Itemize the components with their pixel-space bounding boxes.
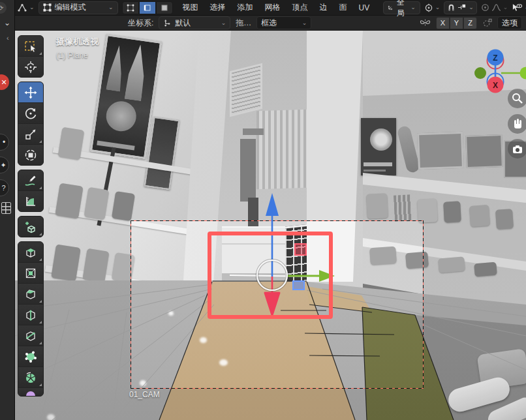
left-edge-strip: ⟳ ⌄ ‹ ✕ • ✦ ? (0, 0, 15, 420)
loop-cut-icon (24, 308, 37, 322)
menu-edge[interactable]: 边 (314, 2, 333, 13)
live-unwrap-icon[interactable] (482, 18, 492, 27)
falloff-curve-icon[interactable] (491, 3, 501, 12)
face-select-mode-button[interactable] (156, 1, 173, 14)
drag-label: 拖… (236, 18, 251, 29)
drag-action-dropdown[interactable]: 框选 ⌄ (256, 16, 311, 29)
annotate-pen-icon (24, 174, 37, 187)
pan-view-button[interactable] (508, 114, 526, 134)
snap-magnet-icon[interactable] (447, 3, 456, 12)
transform-orientation-dropdown[interactable]: 全局 ⌄ (383, 1, 420, 14)
add-cube-icon (24, 220, 37, 233)
tool-bevel-button[interactable] (18, 284, 43, 305)
inset-icon (24, 267, 37, 280)
orientation-axes-icon (388, 3, 394, 12)
tool-transform-button[interactable] (18, 145, 43, 165)
tool-move-button[interactable] (18, 82, 43, 103)
menu-add[interactable]: 添加 (232, 2, 259, 13)
mesh-select-mode-group (122, 1, 173, 14)
chevron-down-icon: ⌄ (221, 20, 226, 26)
coordinate-system-label: 坐标系: (128, 18, 153, 29)
tool-scale-button[interactable] (18, 124, 43, 145)
tool-smooth-button[interactable] (18, 388, 43, 396)
proportional-editing-group: ⌄ (481, 3, 508, 12)
tool-annotate-button[interactable] (18, 170, 43, 191)
custom-orientation-icon (163, 19, 172, 27)
selectability-filter-dropdown[interactable]: ⌄ (512, 3, 526, 12)
mesh-wireframe-and-gizmo-overlay (14, 31, 526, 420)
transform-icon (24, 149, 37, 162)
mode-select-dropdown[interactable]: 编辑模式 ⌄ (39, 1, 118, 14)
edge-select-mode-button[interactable] (139, 1, 156, 14)
tool-extrude-region-button[interactable] (18, 242, 43, 263)
chevron-down-icon[interactable]: ⌄ (503, 5, 508, 10)
camera-name-label: 01_CAM (129, 390, 160, 399)
snap-target-icon[interactable] (457, 3, 467, 12)
more-tools-icon[interactable]: • (0, 134, 9, 151)
object-info-label: (1) Plane (56, 51, 88, 60)
chevron-down-icon[interactable]: ⌄ (4, 18, 18, 27)
tool-measure-button[interactable] (18, 191, 43, 211)
proportional-edit-icon[interactable] (481, 3, 489, 12)
tool-inset-faces-button[interactable] (18, 263, 43, 284)
close-badge-icon[interactable]: ✕ (0, 74, 9, 90)
measure-icon (24, 195, 37, 208)
vertex-select-mode-button[interactable] (122, 1, 139, 14)
bevel-icon (24, 288, 37, 301)
snapping-group: ⌄ (444, 1, 477, 14)
editor-type-button[interactable]: ⌄ (17, 3, 35, 12)
zoom-view-button[interactable] (508, 89, 526, 108)
drag-action-value: 框选 (261, 18, 298, 29)
magnifier-icon (510, 91, 525, 106)
tool-add-cube-button[interactable] (18, 217, 43, 237)
editor-corner-icon[interactable]: ⟳ (0, 2, 7, 14)
nav-x-label: X (493, 81, 498, 90)
cursor-eye-icon (512, 3, 522, 12)
chevron-down-icon[interactable]: ⌄ (469, 5, 474, 10)
orientation-label: 全局 (397, 0, 407, 19)
mode-label: 编辑模式 (55, 2, 105, 13)
coordinate-system-dropdown[interactable]: 默认 ⌄ (159, 16, 230, 29)
menu-view[interactable]: 视图 (177, 2, 204, 13)
chevron-down-icon: ⌄ (302, 20, 307, 26)
collapse-arrow-icon[interactable]: ‹ (7, 34, 21, 42)
menu-select[interactable]: 选择 (204, 2, 232, 13)
tool-tweak-select-button[interactable] (18, 36, 43, 57)
mirror-icon[interactable] (420, 18, 431, 27)
view-name-label: 摄像机透视 (56, 36, 99, 48)
viewport-3d[interactable]: 摄像机透视 (1) Plane 01_CAM Z X (14, 31, 526, 420)
chevron-down-icon: ⌄ (29, 5, 35, 10)
mirror-z-button[interactable]: Z (463, 17, 477, 29)
menu-uv[interactable]: UV (353, 3, 376, 12)
menu-mesh[interactable]: 网格 (259, 2, 286, 13)
tool-settings-bar: 坐标系: 默认 ⌄ 拖… 框选 ⌄ X Y Z (14, 16, 526, 31)
tool-loop-cut-button[interactable] (18, 305, 43, 325)
tool-cursor-button[interactable] (18, 57, 43, 77)
coordinate-system-value: 默认 (175, 18, 217, 29)
grid-table-icon[interactable] (1, 202, 16, 214)
gizmo-arrow-z (266, 193, 279, 216)
menu-bar: 视图 选择 添加 网格 顶点 边 面 UV (177, 2, 376, 13)
move-icon (24, 86, 37, 99)
menu-face[interactable]: 面 (333, 2, 353, 13)
camera-view-button[interactable] (508, 139, 526, 158)
help-icon[interactable]: ? (0, 179, 9, 196)
pan-hand-icon[interactable]: ✦ (0, 157, 9, 173)
tool-knife-button[interactable] (18, 325, 43, 346)
tool-rotate-button[interactable] (18, 103, 43, 124)
spin-icon (24, 371, 37, 384)
scale-icon (24, 128, 37, 141)
editor-type-icon (17, 3, 27, 12)
tool-spin-button[interactable] (18, 367, 43, 388)
mirror-y-button[interactable]: Y (450, 17, 463, 29)
nav-z-label: Z (493, 53, 497, 63)
rotate-icon (24, 107, 37, 120)
options-dropdown[interactable]: 选项 (497, 16, 522, 29)
mirror-x-button[interactable]: X (436, 17, 450, 29)
viewport-header: ⌄ 编辑模式 ⌄ 视图 选择 添加 网格 (14, 0, 526, 16)
poly-build-icon (24, 350, 37, 363)
pivot-point-dropdown[interactable]: ⌄ (424, 3, 441, 12)
menu-vertex[interactable]: 顶点 (286, 2, 314, 13)
options-label: 选项 (502, 18, 518, 29)
tool-poly-build-button[interactable] (18, 346, 43, 367)
